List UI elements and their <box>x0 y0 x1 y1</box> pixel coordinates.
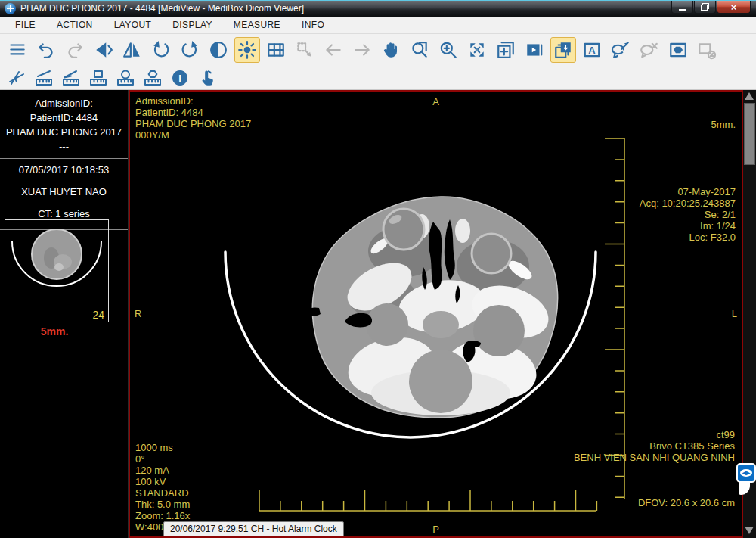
overlay-scanner-block: ct99Brivo CT385 SeriesBENH VIEN SAN NHI … <box>574 406 735 531</box>
zoom-in-icon <box>438 40 458 60</box>
overlay-line: Thk: 5.0 mm <box>135 499 190 510</box>
stack-scroll-button[interactable] <box>550 37 576 63</box>
previous-image-button <box>321 37 346 63</box>
overlay-technique-block: 1000 ms0°120 mA100 kVSTANDARDThk: 5.0 mm… <box>135 442 190 533</box>
cine-play-button[interactable] <box>522 37 547 63</box>
menu-display[interactable]: DISPLAY <box>162 17 223 33</box>
previous-image-icon <box>324 40 343 60</box>
layout-grid-icon <box>266 40 286 60</box>
polygon-shape-button[interactable] <box>665 37 691 63</box>
length-measure-icon <box>35 69 53 87</box>
text-annotation-button[interactable]: A <box>579 37 605 63</box>
info-icon: i <box>171 69 189 87</box>
probe-button[interactable] <box>195 67 219 89</box>
polygon-roi-button[interactable] <box>141 67 165 89</box>
move-stack-button[interactable] <box>493 37 519 63</box>
image-viewport[interactable]: AdmissionID:PatientID: 4484PHAM DUC PHON… <box>129 90 743 538</box>
flip-horizontal-icon <box>94 40 113 60</box>
scrollbar-thumb[interactable] <box>744 103 755 165</box>
series-sidebar: AdmissionID:PatientID: 4484PHAM DUC PHON… <box>0 90 129 538</box>
series-thumbnail[interactable]: 24 <box>5 219 109 322</box>
length-measure-button[interactable] <box>32 67 56 89</box>
overlay-line: Brivo CT385 Series <box>574 440 735 452</box>
overlay-acquisition-block: 5mm. 07-May-2017Acq: 10:20:25.243887Se: … <box>640 96 736 266</box>
menu-info[interactable]: INFO <box>291 17 335 33</box>
window-title: PHAM DUC PHONG 2017 - 4484 [MediView - M… <box>20 3 304 14</box>
ellipse-roi-button[interactable] <box>113 67 138 89</box>
overlay-dfov: DFOV: 20.6 x 20.6 cm <box>574 497 735 508</box>
selection-resize-icon <box>295 40 314 60</box>
rotate-ccw-button[interactable] <box>148 37 174 63</box>
menu-action[interactable]: ACTION <box>46 17 104 33</box>
window-level-button[interactable] <box>234 37 260 63</box>
clock-tooltip: 20/06/2017 9:29:51 CH - Hot Alarm Clock <box>163 521 344 537</box>
overlay-slice-thickness: 5mm. <box>640 119 736 130</box>
overlay-line: Im: 1/24 <box>640 220 736 232</box>
overlay-line: ct99 <box>574 429 735 440</box>
delete-annotation-button <box>637 37 662 63</box>
orientation-marker-left: L <box>732 308 737 319</box>
magnify-button[interactable] <box>407 37 432 63</box>
menu-button[interactable] <box>5 37 30 63</box>
info-button[interactable]: i <box>168 67 192 89</box>
flip-vertical-button[interactable] <box>119 37 145 63</box>
study-info-line: 07/05/2017 10:18:53 <box>0 159 128 181</box>
patient-info-line: PHAM DUC PHONG 2017 <box>0 125 128 139</box>
next-image-button <box>349 37 375 63</box>
study-info-block: 07/05/2017 10:18:53XUAT HUYET NAOCT: 1 s… <box>0 159 128 225</box>
thumbnail-image-count: 24 <box>92 309 104 321</box>
undo-button[interactable] <box>33 37 59 63</box>
overlay-line: PHAM DUC PHONG 2017 <box>135 118 251 129</box>
cobb-angle-button[interactable] <box>5 67 29 89</box>
text-annotation-icon: A <box>582 40 602 60</box>
overlay-line: 1000 ms <box>135 442 190 453</box>
teamviewer-panel[interactable]: ◂▸ <box>736 463 756 499</box>
flip-horizontal-button[interactable] <box>91 37 116 63</box>
move-stack-icon <box>496 40 516 60</box>
invert-button[interactable] <box>206 37 231 63</box>
close-button[interactable]: × <box>717 1 751 14</box>
menu-layout[interactable]: LAYOUT <box>104 17 163 33</box>
overlay-line: STANDARD <box>135 487 190 499</box>
zoom-in-button[interactable] <box>435 37 461 63</box>
rotate-ccw-icon <box>151 40 171 60</box>
window-level-icon <box>237 40 257 60</box>
menu-measure[interactable]: MEASURE <box>223 17 291 33</box>
overlay-line: Loc: F32.0 <box>640 232 736 243</box>
arrow-annotation-icon <box>611 40 631 60</box>
restore-button[interactable] <box>694 1 716 14</box>
overlay-line: 000Y/M <box>135 129 251 141</box>
undo-icon <box>36 40 56 60</box>
cobb-angle-icon <box>8 69 26 87</box>
rectangle-roi-button[interactable] <box>86 67 110 89</box>
overlay-line: 120 mA <box>135 465 190 476</box>
study-info-line: XUAT HUYET NAO <box>0 181 128 203</box>
pan-button[interactable] <box>378 37 404 63</box>
scroll-down-icon[interactable] <box>745 527 754 534</box>
remove-image-button <box>694 37 720 63</box>
overlay-line: Acq: 10:20:25.243887 <box>640 197 736 209</box>
teamviewer-icon[interactable]: ◂▸ <box>736 463 756 483</box>
toolbar: A i <box>0 34 756 90</box>
toolbar-row-2: i <box>0 65 756 90</box>
thumbnail-slice-thickness: 5mm. <box>0 325 109 337</box>
horizontal-scale-ruler <box>259 488 599 512</box>
overlay-line: Zoom: 1.16x <box>135 510 190 521</box>
overlay-line: 0° <box>135 453 190 465</box>
patient-info-line: AdmissionID: <box>0 96 128 110</box>
pan-icon <box>381 40 401 60</box>
arrow-annotation-button[interactable] <box>608 37 634 63</box>
rotate-cw-button[interactable] <box>177 37 203 63</box>
menu-file[interactable]: FILE <box>5 17 46 33</box>
overlay-line: 100 kV <box>135 476 190 487</box>
angle-measure-icon <box>62 69 80 87</box>
angle-measure-button[interactable] <box>59 67 83 89</box>
polygon-shape-icon <box>668 40 688 60</box>
fit-to-window-button[interactable] <box>464 37 490 63</box>
minimize-button[interactable] <box>671 1 693 14</box>
layout-grid-button[interactable] <box>263 37 289 63</box>
svg-text:i: i <box>178 73 181 84</box>
fit-to-window-icon <box>467 40 487 60</box>
polygon-roi-icon <box>144 69 162 87</box>
scroll-up-icon[interactable] <box>745 92 754 100</box>
